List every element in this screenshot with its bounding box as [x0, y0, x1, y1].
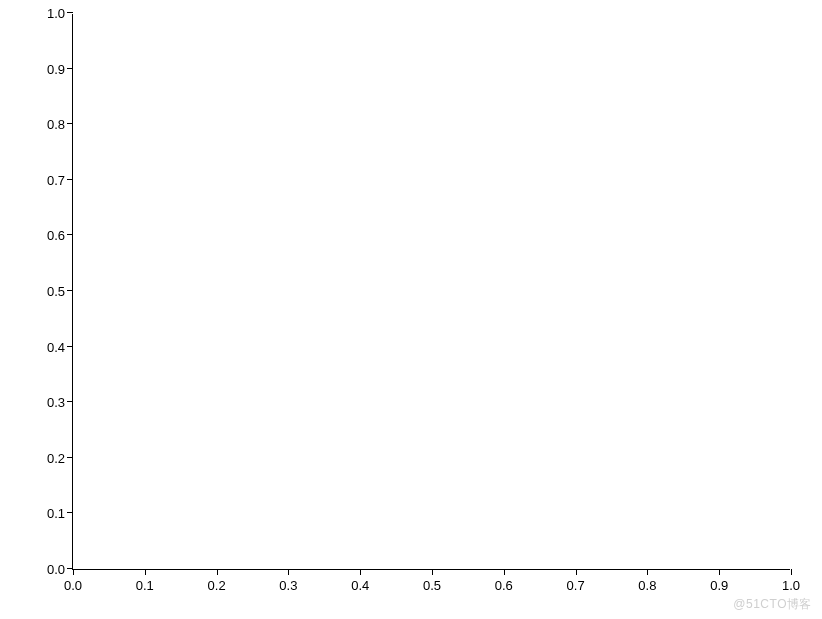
- y-tick-label: 0.0: [39, 562, 65, 577]
- y-tick: [67, 346, 73, 347]
- x-tick-label: 0.9: [710, 578, 728, 593]
- x-tick-label: 0.8: [638, 578, 656, 593]
- y-tick: [67, 179, 73, 180]
- y-tick-label: 0.9: [39, 61, 65, 76]
- y-tick: [67, 457, 73, 458]
- y-tick: [67, 12, 73, 13]
- plot-area: 0.00.10.20.30.40.50.60.70.80.91.00.00.10…: [72, 14, 790, 570]
- y-tick-label: 1.0: [39, 6, 65, 21]
- x-tick: [145, 569, 146, 575]
- y-tick: [67, 234, 73, 235]
- x-tick-label: 0.5: [423, 578, 441, 593]
- y-tick-label: 0.2: [39, 450, 65, 465]
- x-tick: [791, 569, 792, 575]
- x-tick-label: 0.7: [567, 578, 585, 593]
- y-tick: [67, 512, 73, 513]
- x-tick-label: 0.1: [136, 578, 154, 593]
- x-tick-label: 0.3: [279, 578, 297, 593]
- y-tick-label: 0.3: [39, 395, 65, 410]
- chart-container: 0.00.10.20.30.40.50.60.70.80.91.00.00.10…: [0, 0, 822, 619]
- x-tick: [719, 569, 720, 575]
- x-tick: [288, 569, 289, 575]
- y-tick-label: 0.1: [39, 506, 65, 521]
- x-tick: [576, 569, 577, 575]
- y-tick: [67, 68, 73, 69]
- y-tick: [67, 401, 73, 402]
- x-tick-label: 0.4: [351, 578, 369, 593]
- x-tick-label: 0.2: [208, 578, 226, 593]
- y-tick: [67, 568, 73, 569]
- x-tick-label: 0.6: [495, 578, 513, 593]
- y-tick-label: 0.6: [39, 228, 65, 243]
- x-tick: [73, 569, 74, 575]
- y-tick-label: 0.7: [39, 172, 65, 187]
- x-tick: [217, 569, 218, 575]
- y-tick-label: 0.8: [39, 117, 65, 132]
- x-tick-label: 0.0: [64, 578, 82, 593]
- y-tick: [67, 290, 73, 291]
- x-tick-label: 1.0: [782, 578, 800, 593]
- x-tick: [360, 569, 361, 575]
- watermark-text: @51CTO博客: [733, 596, 812, 613]
- y-tick-label: 0.5: [39, 284, 65, 299]
- x-tick: [647, 569, 648, 575]
- x-tick: [432, 569, 433, 575]
- x-tick: [504, 569, 505, 575]
- y-tick: [67, 123, 73, 124]
- y-tick-label: 0.4: [39, 339, 65, 354]
